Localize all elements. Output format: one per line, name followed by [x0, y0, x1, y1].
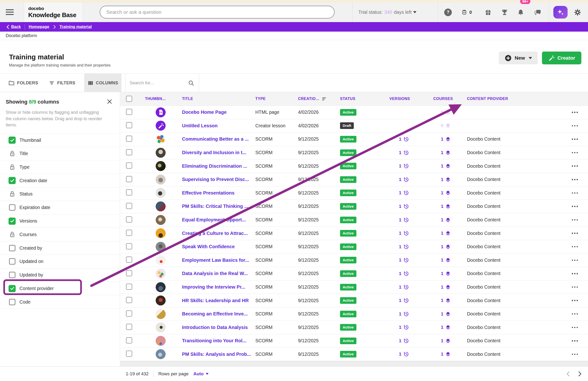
folders-button[interactable]: FOLDERS	[8, 74, 38, 92]
table-row[interactable]: Transitioning into Your Rol... SCORM 9/1…	[120, 334, 588, 348]
row-title-link[interactable]: Eliminating Discrimination ...	[182, 163, 247, 169]
close-icon[interactable]	[106, 98, 113, 106]
column-toggle-item[interactable]: Courses	[0, 228, 120, 241]
header-type[interactable]: TYPE	[254, 97, 296, 101]
ai-assistant-button[interactable]	[553, 6, 567, 19]
row-courses[interactable]: 1	[432, 190, 466, 196]
row-title-link[interactable]: Introduction to Data Analysis	[182, 325, 248, 330]
help-button[interactable]: ?	[444, 2, 452, 22]
row-versions[interactable]: 1	[387, 230, 432, 236]
checked-checkbox-icon[interactable]	[9, 177, 16, 184]
horizontal-scrollbar[interactable]	[120, 361, 588, 366]
row-checkbox[interactable]	[126, 297, 132, 303]
columns-button[interactable]: COLUMNS	[84, 74, 122, 92]
unchecked-checkbox[interactable]	[9, 245, 15, 251]
hamburger-menu-icon[interactable]	[6, 9, 14, 16]
row-versions[interactable]: 1	[387, 311, 432, 317]
gamification-button[interactable]	[501, 2, 508, 22]
row-menu-button[interactable]	[570, 352, 580, 357]
row-versions[interactable]: 1	[387, 150, 432, 156]
row-courses[interactable]: 1	[432, 230, 466, 236]
row-courses[interactable]: 0	[432, 110, 466, 115]
table-search-input[interactable]	[129, 80, 188, 86]
row-title-link[interactable]: Becoming an Effective Inve...	[182, 311, 248, 316]
table-row[interactable]: Creating a Culture to Attrac... SCORM 9/…	[120, 227, 588, 240]
row-checkbox[interactable]	[126, 270, 132, 276]
row-courses[interactable]: 1	[432, 136, 466, 142]
new-button[interactable]: New	[499, 51, 538, 64]
row-versions[interactable]: 1	[387, 203, 432, 209]
notifications-button[interactable]: 99+	[517, 2, 524, 22]
table-row[interactable]: Supervising to Prevent Disc... SCORM 9/1…	[120, 173, 588, 186]
column-toggle-item[interactable]: Type	[0, 160, 120, 174]
column-toggle-item[interactable]: Title	[0, 147, 120, 160]
row-menu-button[interactable]	[570, 298, 580, 303]
checked-checkbox-icon[interactable]	[9, 136, 16, 144]
row-courses[interactable]: 1	[432, 150, 466, 156]
row-checkbox[interactable]	[126, 230, 132, 236]
column-toggle-item[interactable]: Thumbnail	[0, 134, 120, 147]
row-checkbox[interactable]	[126, 257, 132, 263]
row-versions[interactable]: 1	[387, 163, 432, 169]
row-versions[interactable]: 1	[387, 270, 432, 277]
column-toggle-item[interactable]: Code	[0, 295, 120, 309]
row-versions[interactable]: 1	[387, 284, 432, 290]
settings-gear-icon[interactable]	[574, 2, 581, 22]
header-versions[interactable]: VERSIONS	[387, 97, 432, 101]
global-search-input[interactable]	[106, 9, 328, 15]
row-menu-button[interactable]	[570, 110, 580, 115]
table-row[interactable]: PM Skills: Critical Thinking ... SCORM 9…	[120, 200, 588, 213]
rows-per-page-select[interactable]: Auto	[193, 371, 209, 377]
row-title-link[interactable]: Untitled Lesson	[182, 123, 218, 128]
column-toggle-item[interactable]: Updated by	[0, 269, 120, 282]
row-menu-button[interactable]	[570, 204, 580, 209]
table-row[interactable]: Becoming an Effective Inve... SCORM 9/12…	[120, 307, 588, 321]
row-courses[interactable]: 1	[432, 203, 466, 209]
row-menu-button[interactable]	[570, 163, 580, 169]
header-status[interactable]: STATUS	[338, 97, 387, 101]
table-row[interactable]: Improving the Interview Pr... SCORM 9/12…	[120, 281, 588, 294]
row-courses[interactable]: 1	[432, 163, 466, 169]
row-versions[interactable]: 1	[387, 244, 432, 250]
unchecked-checkbox[interactable]	[9, 258, 15, 265]
table-row[interactable]: Equal Employment Opport... SCORM 9/12/20…	[120, 213, 588, 227]
row-checkbox[interactable]	[126, 324, 132, 330]
row-courses[interactable]: 1	[432, 284, 466, 290]
table-row[interactable]: Diversity and Inclusion in t... SCORM 9/…	[120, 146, 588, 160]
row-title-link[interactable]: Transitioning into Your Rol...	[182, 338, 246, 343]
coins-button[interactable]: 0	[462, 2, 472, 22]
row-menu-button[interactable]	[570, 285, 580, 290]
row-checkbox[interactable]	[126, 149, 132, 155]
row-menu-button[interactable]	[570, 271, 580, 276]
row-versions[interactable]: 1	[387, 217, 432, 223]
row-menu-button[interactable]	[570, 123, 580, 129]
row-title-link[interactable]: Improving the Interview Pr...	[182, 284, 245, 290]
row-versions[interactable]: 1	[387, 351, 432, 357]
row-courses[interactable]: 1	[432, 257, 466, 263]
table-row[interactable]: Data Analysis in the Real W... SCORM 9/1…	[120, 267, 588, 281]
header-creation-date[interactable]: CREATIO...	[296, 96, 338, 102]
unchecked-checkbox[interactable]	[9, 204, 15, 211]
row-title-link[interactable]: Equal Employment Opport...	[182, 217, 246, 222]
row-title-link[interactable]: Communicating Better as a ...	[182, 136, 249, 142]
row-menu-button[interactable]	[570, 190, 580, 196]
row-versions[interactable]: 1	[387, 297, 432, 304]
row-title-link[interactable]: Employment Law Basics for...	[182, 257, 249, 263]
unchecked-checkbox[interactable]	[9, 272, 15, 278]
row-checkbox[interactable]	[126, 203, 132, 209]
row-menu-button[interactable]	[570, 217, 580, 223]
row-courses[interactable]: 1	[432, 217, 466, 223]
column-toggle-item[interactable]: Updated on	[0, 255, 120, 269]
row-title-link[interactable]: PM Skills: Critical Thinking ...	[182, 203, 248, 209]
header-title[interactable]: TITLE	[181, 97, 254, 101]
row-versions[interactable]: 1	[387, 324, 432, 330]
row-menu-button[interactable]	[570, 231, 580, 236]
header-content-provider[interactable]: CONTENT PROVIDER	[466, 97, 561, 101]
row-checkbox[interactable]	[126, 136, 132, 142]
back-link[interactable]: Back	[6, 24, 21, 29]
row-courses[interactable]: 1	[432, 271, 466, 276]
column-toggle-item[interactable]: Expiration date	[0, 201, 120, 215]
row-title-link[interactable]: Supervising to Prevent Disc...	[182, 177, 249, 182]
row-checkbox[interactable]	[126, 122, 132, 128]
row-title-link[interactable]: HR Skills: Leadership and HR	[182, 298, 249, 303]
